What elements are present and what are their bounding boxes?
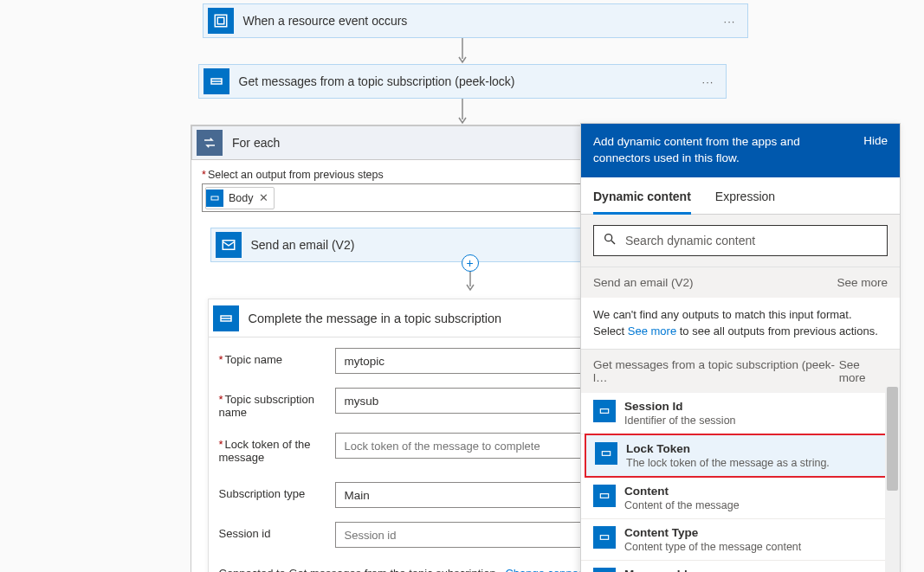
tab-expression[interactable]: Expression [715,177,775,214]
outlook-icon [216,232,242,258]
lock-token-label: *Lock token of the message [219,433,335,464]
search-placeholder: Search dynamic content [625,234,755,247]
dyn-item-title: Session Id [624,400,736,413]
svg-rect-14 [602,451,610,455]
dyn-item-session-id[interactable]: Session Id Identifier of the session [581,393,900,434]
service-bus-icon [213,305,239,331]
dyn-item-title: Content [624,485,740,498]
dyn-item-content[interactable]: Content Content of the message [581,478,900,519]
dyn-item-title: Content Type [624,526,801,539]
subscription-type-label: Subscription type [219,482,335,500]
required-star: * [202,169,206,181]
dyn-section-note: We can't find any outputs to match this … [581,298,900,349]
service-bus-icon [593,526,616,549]
dyn-item-title: Message Id [624,568,888,572]
panel-scrollbar[interactable] [885,387,900,572]
event-grid-icon [208,8,234,34]
svg-rect-6 [211,196,218,200]
see-more-inline-link[interactable]: See more [628,325,676,337]
trigger-title: When a resource event occurs [238,14,713,28]
session-id-label: Session id [219,522,335,540]
dynamic-panel-header-text: Add dynamic content from the apps and co… [593,134,855,167]
svg-rect-0 [215,15,227,27]
dyn-item-message-id[interactable]: Message Id This is a user-defined value … [581,561,900,572]
tab-dynamic-content[interactable]: Dynamic content [593,177,691,215]
svg-rect-15 [600,493,608,498]
svg-point-11 [605,235,612,241]
service-bus-icon [595,442,617,465]
trigger-card[interactable]: When a resource event occurs ··· [203,3,748,38]
service-bus-icon [204,68,229,94]
flow-designer-canvas: When a resource event occurs ··· Get mes… [0,0,924,572]
dynamic-panel-tabs: Dynamic content Expression [581,177,900,215]
chip-label: Body [229,192,254,204]
loop-icon [197,130,223,156]
dynamic-search-wrap: Search dynamic content [581,215,900,267]
dyn-item-lock-token[interactable]: Lock Token The lock token of the message… [585,434,896,478]
dyn-item-desc: Identifier of the session [624,415,736,427]
dynamic-content-panel: Add dynamic content from the apps and co… [580,123,901,572]
get-messages-title: Get messages from a topic subscription (… [234,74,691,88]
dyn-item-desc: The lock token of the message as a strin… [626,457,830,469]
dynamic-search-input[interactable]: Search dynamic content [593,225,888,256]
scrollbar-thumb[interactable] [887,387,898,491]
see-more-link[interactable]: See more [839,358,888,384]
service-bus-icon [206,190,223,207]
dyn-item-desc: Content type of the message content [624,541,801,553]
see-more-link[interactable]: See more [837,276,888,289]
dyn-section-send-email: Send an email (V2) See more [581,267,900,298]
dyn-section-get-messages: Get messages from a topic subscription (… [581,349,900,393]
service-bus-icon [593,568,616,572]
hide-panel-button[interactable]: Hide [855,134,888,167]
dyn-item-content-type[interactable]: Content Type Content type of the message… [581,519,900,561]
svg-rect-16 [600,535,608,539]
svg-rect-13 [600,408,608,413]
dynamic-panel-header: Add dynamic content from the apps and co… [581,124,900,177]
insert-step-button[interactable]: + [462,254,479,272]
dyn-section-title: Get messages from a topic subscription (… [593,358,839,384]
chip-remove-icon[interactable]: ✕ [259,191,268,204]
topic-name-label: *Topic name [219,348,335,366]
dyn-item-title: Lock Token [626,442,830,455]
get-messages-more-button[interactable]: ··· [691,75,726,88]
body-token-chip[interactable]: Body ✕ [205,187,275,209]
dyn-section-title: Send an email (V2) [593,276,694,289]
svg-rect-1 [217,17,224,24]
service-bus-icon [593,485,616,507]
dyn-item-desc: Content of the message [624,499,740,511]
svg-line-12 [611,241,615,244]
topic-subscription-label: *Topic subscription name [219,388,335,419]
connector-arrow [458,99,467,125]
service-bus-icon [593,400,616,422]
get-messages-card[interactable]: Get messages from a topic subscription (… [198,64,727,99]
trigger-more-button[interactable]: ··· [713,15,747,28]
connector-arrow [458,38,467,64]
search-icon [603,232,617,248]
